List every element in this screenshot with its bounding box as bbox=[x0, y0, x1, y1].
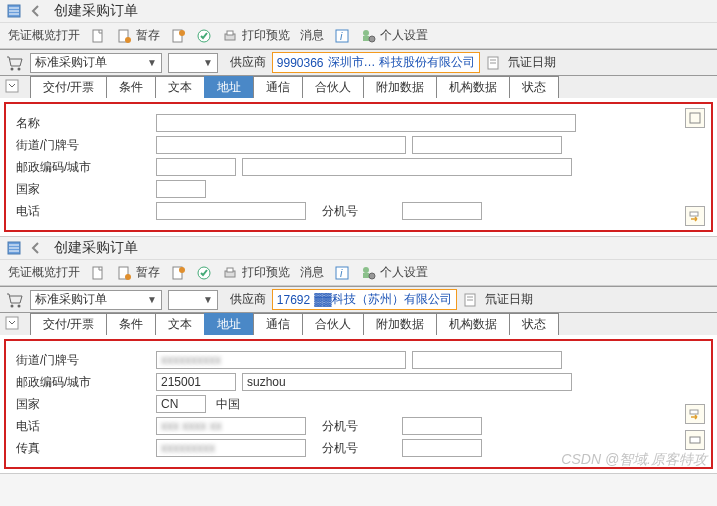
svg-rect-30 bbox=[227, 268, 233, 272]
fax-input[interactable]: xxxxxxxxx bbox=[156, 439, 306, 457]
menu-icon[interactable] bbox=[6, 240, 22, 256]
postal-input[interactable] bbox=[156, 158, 236, 176]
tab-condition[interactable]: 条件 bbox=[106, 76, 156, 98]
country-input[interactable] bbox=[156, 180, 206, 198]
menu-icon[interactable] bbox=[6, 3, 22, 19]
order-number-field[interactable]: ▼ bbox=[168, 53, 218, 73]
window-top: 创建采购订单 凭证概览打开 暂存 打印预览 消息 i 个人设置 标准采购订单▼ … bbox=[0, 0, 717, 237]
phone-input[interactable] bbox=[156, 202, 306, 220]
svg-rect-1 bbox=[93, 30, 102, 42]
tab-address[interactable]: 地址 bbox=[204, 313, 254, 335]
tab-status[interactable]: 状态 bbox=[509, 313, 559, 335]
supplier-search-icon[interactable] bbox=[463, 292, 479, 308]
city-input[interactable] bbox=[242, 158, 572, 176]
address-form-top: 名称 街道/门牌号 邮政编码/城市 国家 电话分机号 bbox=[0, 98, 717, 236]
new-doc-icon[interactable] bbox=[90, 265, 106, 281]
houseno-input[interactable] bbox=[412, 351, 562, 369]
titlebar-bottom: 创建采购订单 bbox=[0, 237, 717, 260]
svg-point-35 bbox=[369, 273, 375, 279]
back-icon[interactable] bbox=[28, 240, 44, 256]
new-doc-icon[interactable] bbox=[90, 28, 106, 44]
park-icon[interactable] bbox=[170, 28, 186, 44]
street-input[interactable] bbox=[156, 136, 406, 154]
svg-point-36 bbox=[11, 304, 14, 307]
svg-rect-43 bbox=[690, 437, 700, 443]
order-type-select[interactable]: 标准采购订单▼ bbox=[30, 290, 162, 310]
name-label: 名称 bbox=[16, 115, 156, 132]
street-label: 街道/门牌号 bbox=[16, 352, 156, 369]
collapse-icon[interactable] bbox=[4, 315, 20, 331]
personal-settings-button[interactable]: 个人设置 bbox=[360, 264, 428, 281]
tab-address[interactable]: 地址 bbox=[204, 76, 254, 98]
fax-label: 传真 bbox=[16, 440, 156, 457]
doc-date-label: 氘证日期 bbox=[485, 291, 533, 308]
order-number-field[interactable]: ▼ bbox=[168, 290, 218, 310]
tab-partner[interactable]: 合伙人 bbox=[302, 76, 364, 98]
info-icon[interactable]: i bbox=[334, 265, 350, 281]
voucher-overview-button[interactable]: 凭证概览打开 bbox=[8, 264, 80, 281]
tab-org[interactable]: 机构数据 bbox=[436, 76, 510, 98]
postal-label: 邮政编码/城市 bbox=[16, 159, 156, 176]
hold-button[interactable]: 暂存 bbox=[116, 264, 160, 281]
toolbar-bottom: 凭证概览打开 暂存 打印预览 消息 i 个人设置 bbox=[0, 260, 717, 286]
personal-settings-button[interactable]: 个人设置 bbox=[360, 27, 428, 44]
tab-text[interactable]: 文本 bbox=[155, 76, 205, 98]
check-icon[interactable] bbox=[196, 265, 212, 281]
tab-status[interactable]: 状态 bbox=[509, 76, 559, 98]
hold-button[interactable]: 暂存 bbox=[116, 27, 160, 44]
voucher-overview-button[interactable]: 凭证概览打开 bbox=[8, 27, 80, 44]
tab-delivery[interactable]: 交付/开票 bbox=[30, 76, 107, 98]
ext-input[interactable] bbox=[402, 202, 482, 220]
window-title: 创建采购订单 bbox=[54, 239, 138, 257]
print-preview-button[interactable]: 打印预览 bbox=[222, 264, 290, 281]
svg-point-5 bbox=[179, 30, 185, 36]
tab-org[interactable]: 机构数据 bbox=[436, 313, 510, 335]
park-icon[interactable] bbox=[170, 265, 186, 281]
tab-text[interactable]: 文本 bbox=[155, 313, 205, 335]
supplier-field[interactable]: 17692▓▓科技（苏州）有限公司 bbox=[272, 289, 457, 310]
svg-point-15 bbox=[18, 67, 21, 70]
tab-comm[interactable]: 通信 bbox=[253, 313, 303, 335]
address-form-bottom: 街道/门牌号xxxxxxxxxx 邮政编码/城市215001suzhou 国家C… bbox=[0, 335, 717, 473]
country-code-input[interactable]: CN bbox=[156, 395, 206, 413]
supplier-code: 17692 bbox=[277, 293, 310, 307]
tab-delivery[interactable]: 交付/开票 bbox=[30, 313, 107, 335]
side-button-other[interactable] bbox=[685, 430, 705, 450]
tab-comm[interactable]: 通信 bbox=[253, 76, 303, 98]
tab-extra[interactable]: 附加数据 bbox=[363, 76, 437, 98]
side-button-1[interactable] bbox=[685, 108, 705, 128]
tab-partner[interactable]: 合伙人 bbox=[302, 313, 364, 335]
check-icon[interactable] bbox=[196, 28, 212, 44]
fax-ext-input[interactable] bbox=[402, 439, 482, 457]
street-label: 街道/门牌号 bbox=[16, 137, 156, 154]
street-input[interactable]: xxxxxxxxxx bbox=[156, 351, 406, 369]
postal-input[interactable]: 215001 bbox=[156, 373, 236, 391]
messages-button[interactable]: 消息 bbox=[300, 264, 324, 281]
supplier-code: 9990366 bbox=[277, 56, 324, 70]
info-icon[interactable]: i bbox=[334, 28, 350, 44]
side-button-export[interactable] bbox=[685, 404, 705, 424]
supplier-search-icon[interactable] bbox=[486, 55, 502, 71]
phone-input[interactable]: xxx xxxx xx bbox=[156, 417, 306, 435]
ext-input[interactable] bbox=[402, 417, 482, 435]
tab-extra[interactable]: 附加数据 bbox=[363, 313, 437, 335]
city-input[interactable]: suzhou bbox=[242, 373, 572, 391]
print-preview-button[interactable]: 打印预览 bbox=[222, 27, 290, 44]
cart-icon[interactable] bbox=[4, 290, 24, 310]
houseno-input[interactable] bbox=[412, 136, 562, 154]
chevron-down-icon: ▼ bbox=[203, 294, 213, 305]
svg-point-33 bbox=[363, 267, 369, 273]
order-type-select[interactable]: 标准采购订单▼ bbox=[30, 53, 162, 73]
collapse-icon[interactable] bbox=[4, 78, 20, 94]
back-icon[interactable] bbox=[28, 3, 44, 19]
supplier-label: 供应商 bbox=[230, 291, 266, 308]
postal-label: 邮政编码/城市 bbox=[16, 374, 156, 391]
name-input[interactable] bbox=[156, 114, 576, 132]
doc-date-label: 氘证日期 bbox=[508, 54, 556, 71]
side-button-2[interactable] bbox=[685, 206, 705, 226]
tab-condition[interactable]: 条件 bbox=[106, 313, 156, 335]
supplier-field[interactable]: 9990366深圳市… 科技股份有限公司 bbox=[272, 52, 480, 73]
svg-rect-21 bbox=[690, 212, 698, 216]
cart-icon[interactable] bbox=[4, 53, 24, 73]
messages-button[interactable]: 消息 bbox=[300, 27, 324, 44]
